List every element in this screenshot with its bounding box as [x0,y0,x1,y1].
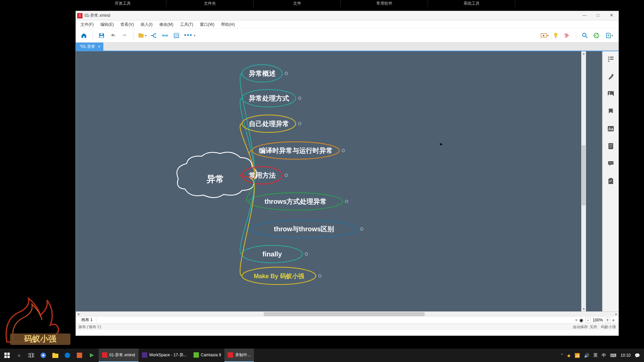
taskbar-item[interactable]: 录制中... [224,349,254,362]
comments-icon[interactable] [607,160,614,167]
svg-rect-73 [7,356,10,358]
svg-rect-75 [31,353,32,358]
zoom-in-button[interactable]: + [605,317,610,323]
eye-icon[interactable]: ◉ [579,317,583,323]
svg-text:异常: 异常 [206,174,224,184]
menu-edit[interactable]: 编辑(E) [97,20,117,28]
desktop-tab[interactable]: 文件 [254,0,341,7]
redo-button[interactable] [120,31,129,40]
minimize-button[interactable]: — [582,13,588,19]
notifications-icon[interactable]: 💬 [635,353,640,358]
svg-rect-51 [608,57,609,58]
svg-rect-82 [77,353,82,358]
tray-network-icon[interactable]: 📶 [575,353,580,358]
vertical-scrollbar[interactable]: ▴ ▾ [581,51,586,311]
export-button[interactable]: ▾ [603,31,615,40]
home-button[interactable] [79,31,89,40]
task-app-icon [228,352,233,358]
format-icon[interactable] [607,73,614,80]
desktop-tab[interactable]: 文件夹 [166,0,254,7]
svg-rect-14 [565,34,568,35]
app-icon[interactable] [76,352,83,359]
menu-modify[interactable]: 修改(M) [156,20,177,28]
desktop-tab[interactable]: 开发工具 [79,0,166,7]
ime-lang1[interactable]: 英 [593,352,598,358]
svg-rect-76 [33,354,34,357]
explorer-icon[interactable] [52,352,59,359]
zoom-menu-icon[interactable]: ≡ [612,318,614,322]
undo-button[interactable] [108,31,118,40]
dropdown-icon[interactable]: ▾ [573,318,579,322]
share-button[interactable] [592,31,601,40]
menu-help[interactable]: 帮助(H) [218,20,238,28]
relationship-button[interactable] [160,31,170,40]
workspace: 异常异常概述异常处理方式自己处理异常编译时异常与运行时异常常用方法throws方… [76,51,619,311]
window-title: 01-异常.xmind [85,13,582,18]
canvas[interactable]: 异常异常概述异常处理方式自己处理异常编译时异常与运行时异常常用方法throws方… [76,51,602,311]
taskview-icon[interactable] [28,352,35,359]
maximize-button[interactable]: □ [595,13,601,19]
clock[interactable]: 10:10 [621,353,631,358]
tray-chevron-icon[interactable]: ˄ [561,353,563,358]
svg-rect-53 [608,59,609,60]
status-left: 画布 ('画布 1') [78,324,101,329]
marker-icon[interactable] [607,108,614,115]
gantt-button[interactable] [562,31,572,40]
zoom-out-button[interactable]: − [585,317,591,323]
ime-lang2[interactable]: 中 [602,352,606,358]
svg-point-44 [361,228,363,230]
notes-icon[interactable] [607,142,614,150]
chrome-icon[interactable] [40,352,47,359]
cortana-icon[interactable]: ○ [15,352,23,359]
svg-rect-16 [565,37,568,37]
start-button[interactable] [3,352,11,359]
vscroll-thumb[interactable] [582,145,586,205]
image-icon[interactable] [607,90,614,98]
doc-tab-close-icon[interactable]: × [98,43,101,51]
titlebar[interactable]: X 01-异常.xmind — □ ✕ [76,11,619,20]
separator [133,32,133,40]
font-icon[interactable]: Aa [607,125,614,132]
hscroll-thumb[interactable] [264,312,425,316]
more-button[interactable]: •••▾ [183,31,197,40]
menu-insert[interactable]: 插入(I) [137,20,156,28]
task-icon[interactable] [607,177,614,185]
edge-icon[interactable] [64,352,71,359]
document-tab[interactable]: *01-异常 × [76,43,103,51]
scroll-down-icon[interactable]: ▾ [581,307,586,311]
menu-tools[interactable]: 工具(T) [177,20,197,28]
menu-window[interactable]: 窗口(W) [197,20,218,28]
scroll-up-icon[interactable]: ▴ [581,51,586,56]
scroll-right-icon[interactable]: ▸ [614,312,619,316]
close-button[interactable]: ✕ [608,13,614,19]
save-button[interactable] [97,31,106,40]
play-icon[interactable] [88,352,95,359]
horizontal-scrollbar[interactable]: ◂ ▸ [76,311,619,316]
svg-rect-71 [7,353,10,355]
scroll-left-icon[interactable]: ◂ [76,312,80,316]
presentation-button[interactable]: ▾ [540,31,549,40]
taskbar-item[interactable]: 01-异常.xmind [99,349,139,362]
outline-icon[interactable] [607,55,614,63]
menu-file[interactable]: 文件(F) [77,20,97,28]
tray-shield-icon[interactable]: ◆ [567,353,571,358]
taskbar-item[interactable]: Camtasia 9 [190,349,225,362]
ime-icon[interactable]: ⌨ [610,353,616,358]
task-app-icon [102,352,107,358]
sheet-tab[interactable]: 画布 1 [78,317,96,323]
new-sheet-button[interactable]: ▾ [138,31,147,40]
svg-point-50 [319,275,321,277]
taskbar-item[interactable]: WorkSpace - 17-异... [139,349,190,362]
svg-point-47 [305,253,308,255]
svg-text:异常处理方式: 异常处理方式 [249,95,289,102]
brainstorm-button[interactable] [551,31,560,40]
structure-button[interactable] [149,31,158,40]
desktop-tab[interactable]: 系统工具 [428,0,515,7]
app-icon: X [77,13,83,18]
boundary-button[interactable] [172,31,181,40]
search-button[interactable] [580,31,590,40]
desktop-tab[interactable]: 常用软件 [341,0,428,7]
tray-volume-icon[interactable]: 🔊 [584,353,589,358]
svg-point-17 [583,33,586,37]
menu-view[interactable]: 查看(V) [117,20,137,28]
